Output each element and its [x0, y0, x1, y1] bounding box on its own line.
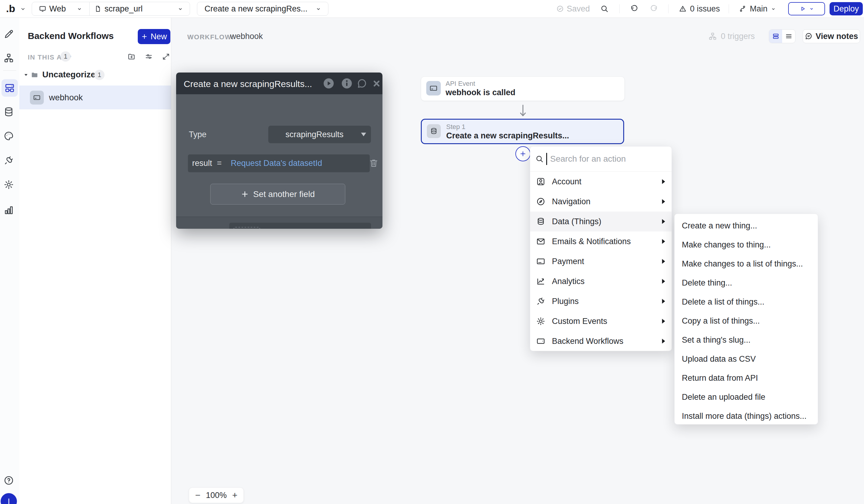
step-database-icon: [430, 127, 438, 135]
menu-item-payment[interactable]: Payment: [530, 251, 672, 271]
folder-row-uncategorized[interactable]: Uncategorized 1: [19, 68, 171, 82]
submenu-item-return-data-api[interactable]: Return data from API: [675, 369, 818, 388]
submenu-item-delete-thing[interactable]: Delete thing...: [675, 274, 818, 292]
submenu-item-delete-list[interactable]: Delete a list of things...: [675, 292, 818, 312]
set-another-field-button[interactable]: Set another field: [210, 184, 345, 205]
design-pencil-icon[interactable]: [4, 29, 14, 39]
submenu-item-make-changes-to-thing[interactable]: Make changes to thing...: [675, 236, 818, 254]
submenu-item-set-slug[interactable]: Set a thing's slug...: [675, 331, 818, 350]
run-play-icon[interactable]: [323, 77, 335, 89]
submenu-item-create-new-thing[interactable]: Create a new thing...: [675, 216, 818, 236]
step-card-selected[interactable]: Step 1 Create a new scrapingResults...: [421, 119, 624, 144]
new-workflow-button[interactable]: New: [138, 29, 170, 44]
menu-item-plugins[interactable]: Plugins: [530, 291, 672, 311]
page-selector[interactable]: scrape_url: [105, 2, 143, 15]
styles-palette-icon[interactable]: [4, 131, 14, 141]
api-workflow-card-icon: [33, 94, 41, 101]
modal-header[interactable]: Create a new scrapingResults...: [176, 73, 382, 94]
submenu-caret-icon: [662, 239, 665, 244]
info-icon[interactable]: [341, 77, 353, 89]
menu-item-label: Emails & Notifications: [552, 237, 662, 246]
environment-selector[interactable]: Web: [49, 2, 66, 15]
menu-item-account[interactable]: Account: [530, 172, 672, 192]
menu-item-emails-notifications[interactable]: Emails & Notifications: [530, 231, 672, 251]
page-tree-icon[interactable]: [4, 53, 14, 63]
redo-icon[interactable]: [650, 5, 658, 13]
settings-gear-icon[interactable]: [4, 179, 14, 190]
issues-counter[interactable]: 0 issues: [690, 0, 720, 17]
action-selector[interactable]: Create a new scrapingRes...: [197, 2, 328, 16]
menu-item-custom-events[interactable]: Custom Events: [530, 311, 672, 331]
add-step-button[interactable]: [515, 146, 530, 161]
menu-item-analytics[interactable]: Analytics: [530, 271, 672, 291]
user-avatar[interactable]: I: [1, 493, 17, 504]
filter-sliders-icon[interactable]: [145, 52, 153, 61]
backend-workflows-icon: [4, 83, 15, 93]
plus-icon: [241, 190, 249, 198]
field-value-expression[interactable]: Request Data's datasetId: [231, 159, 322, 168]
bubble-logo[interactable]: .b: [6, 3, 15, 14]
text-cursor: [546, 153, 547, 165]
database-icon[interactable]: [4, 107, 14, 117]
menu-item-label: Custom Events: [552, 317, 662, 326]
condition-input[interactable]: Click: [229, 223, 371, 229]
preview-button[interactable]: [788, 2, 825, 15]
disclosure-caret-icon[interactable]: [24, 73, 28, 77]
logo-chevron-down-icon[interactable]: [20, 6, 26, 12]
condition-placeholder-chip[interactable]: Click: [233, 227, 260, 229]
field-assignment-row[interactable]: result = Request Data's datasetId: [188, 154, 370, 172]
comment-bubble-icon[interactable]: [357, 78, 368, 89]
event-title: webhook is called: [446, 88, 515, 97]
list-view-icon: [785, 33, 792, 40]
submenu-item-install-more-actions[interactable]: Install more data (things) actions...: [675, 407, 818, 426]
set-another-field-label: Set another field: [253, 190, 315, 199]
submenu-caret-icon: [662, 199, 665, 204]
menu-item-navigation[interactable]: Navigation: [530, 192, 672, 212]
action-search-input[interactable]: [550, 146, 665, 171]
submenu-caret-icon: [662, 339, 665, 344]
sidebar-item-backend-workflows-active[interactable]: [1, 79, 18, 97]
environment-chevron-icon[interactable]: [77, 7, 82, 12]
section-count-badge: 1: [60, 51, 71, 62]
only-when-label: Only when: [189, 228, 228, 229]
search-icon[interactable]: [601, 5, 609, 13]
menu-item-backend-workflows[interactable]: Backend Workflows: [530, 331, 672, 351]
menu-item-data-things[interactable]: Data (Things): [530, 212, 672, 231]
custom-events-gear-icon: [536, 317, 545, 326]
zoom-in-button[interactable]: +: [232, 490, 238, 500]
saved-check-icon: [556, 5, 564, 12]
analytics-chart-icon: [536, 277, 545, 286]
delete-field-trash-icon[interactable]: [369, 158, 379, 168]
type-dropdown-value: scrapingResults: [268, 126, 371, 143]
submenu-item-make-changes-to-list[interactable]: Make changes to a list of things...: [675, 254, 818, 274]
branch-selector[interactable]: Main: [750, 0, 768, 17]
plugins-plug-icon[interactable]: [4, 155, 14, 166]
plugins-plug-icon: [536, 297, 545, 306]
help-icon[interactable]: [4, 475, 14, 485]
submenu-item-delete-uploaded-file[interactable]: Delete an uploaded file: [675, 388, 818, 407]
logs-chart-icon[interactable]: [4, 205, 14, 215]
deploy-button[interactable]: Deploy: [830, 2, 863, 15]
undo-icon[interactable]: [630, 5, 638, 13]
type-label: Type: [189, 130, 207, 139]
expand-icon[interactable]: [162, 52, 170, 61]
submenu-item-copy-list[interactable]: Copy a list of things...: [675, 312, 818, 331]
branch-chevron-icon[interactable]: [771, 7, 776, 11]
zoom-out-button[interactable]: −: [195, 490, 201, 500]
monitor-icon: [39, 5, 46, 12]
type-dropdown[interactable]: scrapingResults: [268, 126, 371, 143]
submenu-item-upload-csv[interactable]: Upload data as CSV: [675, 350, 818, 369]
view-notes-button[interactable]: View notes: [803, 29, 860, 43]
field-name: result: [192, 159, 212, 168]
workflow-list-item-webhook[interactable]: webhook: [19, 85, 171, 109]
event-card[interactable]: API Event webhook is called: [421, 76, 625, 101]
equals-sign: =: [217, 159, 222, 168]
close-icon[interactable]: [372, 79, 381, 88]
list-view-toggle[interactable]: [782, 29, 795, 43]
card-view-toggle-active[interactable]: [769, 29, 782, 43]
view-toggle: [769, 29, 795, 43]
folder-label: Uncategorized: [42, 70, 100, 80]
add-folder-icon[interactable]: [128, 52, 136, 61]
menu-item-label: Payment: [552, 257, 662, 266]
page-chevron-icon[interactable]: [178, 7, 183, 12]
